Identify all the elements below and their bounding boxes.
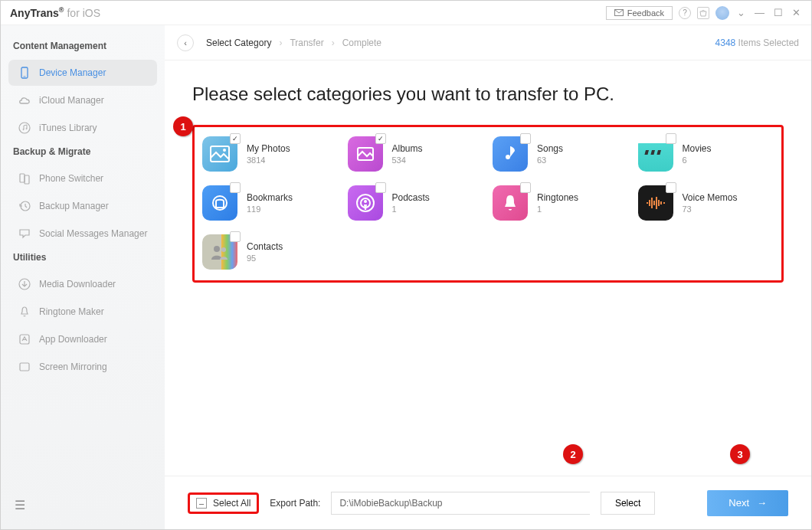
chat-icon	[18, 227, 31, 240]
cloud-icon	[18, 93, 31, 107]
chevron-down-icon[interactable]: ⌄	[735, 7, 747, 18]
annotation-2: 2	[563, 444, 583, 464]
sidebar-item-screen-mirroring[interactable]: Screen Mirroring	[8, 354, 157, 380]
category-item-podcasts[interactable]: Podcasts1	[348, 185, 484, 221]
next-button[interactable]: Next →	[707, 490, 788, 516]
bookmarks-icon	[202, 185, 237, 221]
category-checkbox[interactable]	[375, 182, 386, 193]
breadcrumb-step-1[interactable]: Select Category	[206, 38, 271, 48]
category-label: Movies	[683, 143, 712, 154]
category-count: 95	[247, 254, 283, 263]
svg-point-19	[364, 200, 367, 203]
svg-rect-15	[656, 150, 661, 155]
maximize-button[interactable]: ☐	[772, 7, 784, 18]
feedback-button[interactable]: Feedback	[606, 6, 673, 20]
contacts-icon	[202, 234, 237, 270]
sidebar-item-label: Device Manager	[39, 67, 106, 78]
category-checkbox[interactable]	[520, 182, 531, 193]
category-item-photos[interactable]: ✓My Photos3814	[202, 136, 339, 172]
sidebar-item-ringtone-maker[interactable]: Ringtone Maker	[8, 299, 157, 325]
sidebar-section-backup: Backup & Migrate	[5, 142, 160, 165]
feedback-label: Feedback	[627, 8, 664, 18]
breadcrumb-step-2: Transfer	[290, 38, 323, 48]
svg-point-20	[214, 246, 220, 252]
ringtones-icon	[493, 185, 528, 221]
export-path-input[interactable]	[331, 492, 590, 515]
category-label: Voice Memos	[683, 192, 738, 203]
category-checkbox[interactable]	[666, 182, 676, 193]
category-checkbox[interactable]	[230, 231, 241, 242]
sidebar-item-label: Media Downloader	[39, 279, 116, 290]
breadcrumb-step-3: Complete	[342, 38, 381, 48]
category-item-movies[interactable]: Movies6	[638, 136, 774, 172]
voice-icon	[638, 185, 673, 221]
svg-rect-9	[20, 363, 29, 371]
export-path-label: Export Path:	[270, 498, 320, 509]
select-all-checkbox[interactable]: –	[196, 498, 207, 509]
category-checkbox[interactable]	[230, 182, 241, 193]
main-panel: ‹ Select Category › Transfer › Complete …	[165, 25, 811, 529]
sidebar-item-label: Ringtone Maker	[39, 306, 104, 317]
category-item-voice[interactable]: Voice Memos73	[638, 185, 774, 221]
sidebar-item-media-downloader[interactable]: Media Downloader	[8, 271, 157, 297]
close-button[interactable]: ✕	[791, 7, 802, 18]
sidebar-item-label: Phone Switcher	[39, 173, 103, 184]
sidebar: Content Management Device Manager iCloud…	[1, 25, 165, 529]
category-count: 534	[392, 155, 423, 165]
category-checkbox[interactable]: ✓	[375, 133, 386, 144]
category-item-bookmarks[interactable]: Bookmarks119	[202, 185, 339, 221]
category-checkbox[interactable]: ✓	[230, 133, 241, 144]
sidebar-item-label: Backup Manager	[39, 201, 109, 211]
category-item-contacts[interactable]: Contacts95	[202, 234, 339, 270]
sidebar-item-label: iCloud Manager	[39, 95, 104, 106]
svg-point-11	[223, 149, 226, 152]
page-title: Please select categories you want to tra…	[192, 83, 784, 105]
category-label: Podcasts	[392, 192, 430, 203]
category-checkbox[interactable]	[520, 133, 531, 144]
hamburger-icon[interactable]: ☰	[5, 492, 160, 519]
help-icon[interactable]: ?	[679, 7, 691, 19]
category-item-ringtones[interactable]: Ringtones1	[493, 185, 629, 221]
category-box: 1 ✓My Photos3814✓Albums534Songs63Movies6…	[192, 125, 784, 283]
category-checkbox[interactable]	[666, 133, 676, 144]
annotation-3: 3	[730, 444, 750, 464]
music-circle-icon	[18, 121, 31, 135]
movies-icon	[638, 136, 673, 172]
podcasts-icon	[348, 185, 383, 221]
history-icon	[18, 199, 31, 213]
bell-icon	[18, 305, 31, 319]
category-label: Bookmarks	[247, 192, 293, 203]
minimize-button[interactable]: —	[753, 7, 766, 18]
svg-rect-4	[20, 174, 25, 182]
sidebar-item-backup-manager[interactable]: Backup Manager	[8, 193, 157, 219]
category-count: 3814	[247, 155, 290, 165]
category-count: 1	[392, 204, 430, 214]
sidebar-item-label: App Downloader	[39, 334, 107, 345]
sidebar-item-device-manager[interactable]: Device Manager	[8, 60, 157, 86]
shop-icon[interactable]	[697, 7, 709, 19]
sidebar-item-icloud-manager[interactable]: iCloud Manager	[8, 87, 157, 113]
category-count: 63	[537, 155, 563, 165]
sidebar-item-app-downloader[interactable]: App Downloader	[8, 326, 157, 352]
category-label: Ringtones	[537, 192, 578, 203]
annotation-1: 1	[173, 116, 193, 136]
select-path-button[interactable]: Select	[601, 492, 655, 515]
photos-icon: ✓	[202, 136, 237, 172]
sidebar-item-label: Social Messages Manager	[39, 228, 147, 239]
back-button[interactable]: ‹	[177, 34, 194, 51]
arrow-right-icon: →	[757, 497, 767, 509]
sidebar-item-social-messages[interactable]: Social Messages Manager	[8, 221, 157, 247]
select-all-label[interactable]: Select All	[213, 498, 250, 509]
device-icon	[18, 66, 31, 80]
category-item-albums[interactable]: ✓Albums534	[348, 136, 484, 172]
user-avatar[interactable]	[715, 6, 729, 20]
app-icon	[18, 332, 31, 346]
category-item-songs[interactable]: Songs63	[493, 136, 629, 172]
download-icon	[18, 277, 31, 291]
title-bar: AnyTrans® for iOS Feedback ? ⌄ — ☐ ✕	[1, 1, 811, 25]
sidebar-item-phone-switcher[interactable]: Phone Switcher	[8, 165, 157, 191]
sidebar-item-itunes-library[interactable]: iTunes Library	[8, 115, 157, 141]
items-selected: 4348 Items Selected	[715, 38, 799, 48]
songs-icon	[493, 136, 528, 172]
app-title: AnyTrans®	[10, 6, 64, 19]
